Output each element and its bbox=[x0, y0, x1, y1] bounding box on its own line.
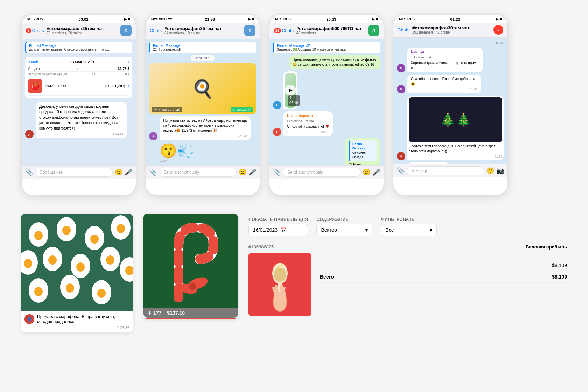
time-1: 03:02 bbox=[79, 17, 89, 21]
filter-value: Все bbox=[385, 227, 394, 233]
video-avatar: E bbox=[273, 101, 281, 109]
input-bar-1: 📎 Сообщение 🙂 🎤 bbox=[22, 165, 136, 179]
filter-select[interactable]: Все ▾ bbox=[381, 224, 437, 236]
outgoing-msg-3: Представляете, у меня купили симиляры из… bbox=[273, 55, 380, 69]
filter-label: ФИЛЬТРОВАТЬ bbox=[381, 217, 437, 222]
back-label-2[interactable]: Chats bbox=[150, 28, 162, 33]
chat-body-4: 00:45 N Nataliya Julia Neroznak Хорошие … bbox=[393, 38, 507, 164]
carrier-3: MTS RUS bbox=[275, 17, 291, 21]
svg-point-32 bbox=[281, 265, 283, 266]
emoji-icon-4[interactable]: 🙂 bbox=[486, 167, 494, 175]
mic-icon-1[interactable]: 🎤 bbox=[125, 168, 132, 176]
content-value: Вектор bbox=[321, 227, 337, 233]
product-thumbnail bbox=[248, 253, 312, 316]
chat-title-block-4: #стокомарафон30тем чат 193 members, 42 o… bbox=[412, 25, 491, 34]
ageeva-row: А Агеева Мария Продажа темы перв... bbox=[397, 162, 450, 164]
summary-row: Сводка ↓ 1 31,78 $ bbox=[28, 66, 130, 72]
phone-1: MTS RUS 03:02 ▶ ■ 7 Chats #стокомарафон2… bbox=[21, 14, 136, 196]
xmas-bubble: 🎄🎄 Продажа темы первого дня. По приятной… bbox=[407, 96, 504, 160]
eggs-svg bbox=[21, 214, 133, 312]
spreadsheet-date: 13 мая 2021 г. bbox=[40, 60, 125, 64]
attach-icon-2[interactable]: 📎 bbox=[149, 168, 157, 176]
emoji-icon-1[interactable]: 🙂 bbox=[115, 168, 122, 176]
downloads-stat: ⬇ 177 bbox=[148, 310, 161, 316]
product-caption-1: 👤 Продажа с марафона. Вчера загрузила, с… bbox=[21, 312, 133, 332]
chevron-down-icon-content: ▾ bbox=[365, 227, 368, 233]
revenue-amount-1: $8.109 bbox=[552, 262, 567, 268]
emoji-icon-2[interactable]: 🙂 bbox=[239, 168, 246, 176]
camera-icon-4[interactable]: 📷 bbox=[496, 167, 504, 175]
caption-avatar: 👤 bbox=[24, 314, 34, 324]
attach-icon-1[interactable]: 📎 bbox=[25, 168, 33, 176]
reply-avatar-4: N bbox=[397, 85, 405, 93]
julia-sub: Julia Neroznak bbox=[411, 55, 479, 60]
sender-avatar: Д bbox=[25, 130, 34, 138]
svg-point-9 bbox=[24, 259, 32, 268]
carrier-1: MTS RUS bbox=[27, 17, 43, 21]
mic-icon-2[interactable]: 🎤 bbox=[248, 168, 256, 176]
send-anon-input-3[interactable]: Send anonymously bbox=[283, 168, 360, 177]
pinned-message-3: Pinned Message #21 Задание: ✅ Создать 10… bbox=[273, 42, 380, 53]
date-input[interactable]: 16/01/2023 📅 bbox=[248, 224, 308, 236]
svg-point-21 bbox=[66, 284, 74, 293]
video-thumb[interactable]: ▶ 4 06:16 bbox=[285, 73, 296, 108]
row-arrow[interactable]: › bbox=[128, 84, 130, 89]
time-2: 21:56 bbox=[205, 17, 215, 21]
elena-sender: Елена Барская bbox=[287, 113, 329, 118]
product-id-label: #186886825 bbox=[248, 244, 312, 250]
product-card-1: 👤 Продажа с марафона. Вчера загрузила, с… bbox=[21, 214, 133, 332]
xmas-avatar: А bbox=[397, 152, 405, 160]
message-input-1[interactable]: Сообщение bbox=[35, 168, 113, 177]
play-button[interactable]: ▶ bbox=[285, 85, 296, 96]
chat-title-1: #стокомарафон25тем чат bbox=[47, 26, 118, 31]
svg-point-23 bbox=[97, 289, 106, 298]
mic-icon-3[interactable]: 🎤 bbox=[372, 168, 380, 176]
caption-text: Продажа с марафона. Вчера загрузила, сег… bbox=[37, 314, 130, 324]
nataliya-sender: Nataliya bbox=[411, 50, 479, 55]
message-bubble-2: Получила статистику на Айсе за март, моя… bbox=[160, 116, 251, 140]
back-label-1[interactable]: Chats bbox=[32, 28, 44, 33]
battery-4: ▶ ■ bbox=[496, 17, 502, 21]
product-downloads: ↓ 1 bbox=[105, 84, 110, 88]
carrier-4: MTS RUS bbox=[399, 17, 415, 21]
back-label-3[interactable]: Chats bbox=[282, 28, 294, 33]
reply-outgoing-3: Елена Барская О! Круто! Поздра... О! Кру… bbox=[339, 138, 380, 165]
svg-point-15 bbox=[106, 255, 114, 265]
content-select[interactable]: Вектор ▾ bbox=[316, 224, 372, 236]
back-badge-3: 21 bbox=[274, 28, 281, 33]
ekaterina-sub: Ekaterina Guzenko bbox=[287, 119, 329, 124]
back-button-2[interactable]: Chats bbox=[150, 28, 162, 33]
input-bar-3: 📎 Send anonymously 🙂 🎤 bbox=[270, 165, 384, 179]
back-button-1[interactable]: 7 Chats bbox=[26, 28, 44, 33]
nataliya-bubble: Nataliya Julia Neroznak Хорошие трамвайч… bbox=[407, 48, 483, 72]
message-input-4[interactable]: Message bbox=[407, 166, 484, 175]
emoji-icon-3[interactable]: 🙂 bbox=[363, 168, 370, 176]
elena-msg-row: Е Елена Барская Ekaterina Guzenko О! Кру… bbox=[273, 111, 333, 136]
filter-group-filter: ФИЛЬТРОВАТЬ Все ▾ bbox=[381, 217, 437, 236]
phone-2: MTS RUS LTE 21:56 ▶ ■ Chats #стокомарафо… bbox=[145, 14, 260, 196]
svg-point-13 bbox=[76, 262, 85, 272]
attach-icon-4[interactable]: 📎 bbox=[397, 167, 405, 175]
attach-icon-3[interactable]: 📎 bbox=[273, 168, 281, 176]
back-button-3[interactable]: 21 Chats bbox=[274, 28, 294, 33]
chat-avatar-2: С bbox=[244, 25, 255, 36]
sales-count: 3 продаж(-и) bbox=[231, 107, 254, 112]
analytics-panel: ПОКАЗАТЬ ПРИБЫЛЬ ДЛЯ 16/01/2023 📅 СОДЕРЖ… bbox=[248, 214, 567, 320]
filter-group-content: СОДЕРЖАНИЕ Вектор ▾ bbox=[316, 217, 372, 236]
send-anon-input-2[interactable]: Send anonymously bbox=[159, 168, 237, 177]
elena-avatar: Е bbox=[273, 128, 281, 136]
back-button-4[interactable]: Chats bbox=[398, 27, 410, 33]
video-duration: 4 06:16 bbox=[288, 95, 300, 106]
time-3: 20:33 bbox=[327, 17, 336, 21]
nav-right-arrow[interactable]: ▷ bbox=[127, 59, 130, 64]
battery-1: ▶ ■ bbox=[124, 17, 130, 21]
calendar-icon[interactable]: 📅 bbox=[280, 227, 286, 233]
content-label: СОДЕРЖАНИЕ bbox=[316, 217, 372, 222]
revenue-header: Валовая прибыль bbox=[320, 244, 567, 255]
back-label-4[interactable]: Chats bbox=[398, 27, 410, 33]
pinned-message-2: Pinned Message 21. Плавание.pdf bbox=[149, 42, 256, 53]
svg-point-19 bbox=[34, 287, 43, 296]
eggs-background bbox=[21, 214, 133, 312]
reply-bubble-4: Спасибо за совет ! Попробую добавить 😄 0… bbox=[407, 75, 481, 94]
pinned-message-1: Pinned Message Друзья, всем привет! Спеш… bbox=[25, 42, 132, 53]
